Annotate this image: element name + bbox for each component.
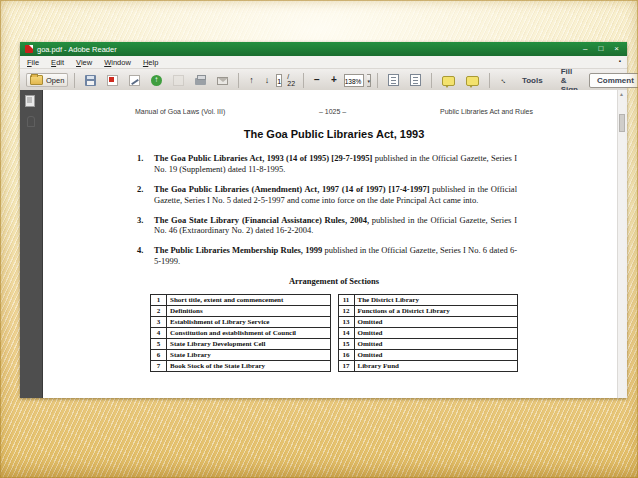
table-row: 1Short title, extent and commencement	[151, 295, 331, 306]
expand-arrows-icon: ↔	[497, 73, 510, 86]
comment-panel-button[interactable]: Comment	[589, 73, 638, 88]
export-pdf-icon	[107, 75, 118, 86]
document-content-area: Manual of Goa Laws (Vol. III) – 1025 – P…	[20, 90, 627, 398]
pdf-page: Manual of Goa Laws (Vol. III) – 1025 – P…	[43, 90, 617, 398]
page-down-icon: ↓	[265, 76, 270, 85]
list-item: 2. The Goa Public Libraries (Amendment) …	[137, 184, 517, 206]
previous-page-button[interactable]: ↑	[245, 73, 258, 87]
page-thumbnails-icon[interactable]	[25, 95, 35, 107]
scrollbar-thumb[interactable]	[619, 114, 625, 132]
email-button[interactable]	[213, 73, 232, 87]
table-row: 13Omitted	[338, 317, 518, 328]
sections-heading: Arrangement of Sections	[135, 276, 533, 286]
header-left: Manual of Goa Laws (Vol. III)	[135, 108, 225, 115]
sticky-note-icon	[442, 76, 455, 86]
pdf-app-icon	[25, 45, 33, 53]
toolbar: Open ↑ ↓ 1 / 22 − + 138% ▾	[20, 69, 627, 92]
header-page-number: – 1025 –	[319, 108, 346, 115]
sections-tables: 1Short title, extent and commencement 2D…	[135, 294, 533, 372]
sign-button[interactable]	[125, 73, 144, 87]
sign-pen-icon	[129, 75, 140, 86]
page-total-label: / 22	[287, 73, 295, 87]
maximize-button[interactable]: □	[598, 45, 603, 53]
zoom-in-icon: +	[331, 75, 337, 85]
page-up-icon: ↑	[249, 76, 254, 85]
table-row: 11The District Library	[338, 295, 518, 306]
clipboard-icon	[173, 75, 184, 86]
sticky-note-button[interactable]	[438, 73, 459, 87]
next-page-button[interactable]: ↓	[261, 73, 274, 87]
menu-window[interactable]: Window	[104, 58, 131, 67]
header-right: Public Libraries Act and Rules	[440, 108, 533, 115]
menu-view[interactable]: View	[76, 58, 92, 67]
zoom-in-button[interactable]: +	[327, 73, 341, 87]
table-row: 4Constitution and establishment of Counc…	[151, 328, 331, 339]
single-page-button[interactable]	[406, 73, 425, 87]
toolbar-separator	[431, 73, 432, 88]
document-title: The Goa Public Libraries Act, 1993	[135, 128, 533, 140]
save-button[interactable]	[81, 73, 100, 87]
window-controls: – □ ×	[583, 45, 622, 53]
scrolling-mode-icon	[388, 74, 399, 86]
menu-bar: File Edit View Window Help ▪	[20, 56, 627, 69]
zoom-out-icon: −	[314, 75, 320, 85]
highlight-bubble-icon	[466, 76, 479, 86]
table-row: 14Omitted	[338, 328, 518, 339]
list-item: 4. The Public Libraries Membership Rules…	[137, 245, 517, 267]
slide-background: goa.pdf - Adobe Reader – □ × File Edit V…	[0, 0, 638, 478]
email-icon	[217, 77, 228, 85]
export-pdf-button[interactable]	[103, 73, 122, 87]
print-button[interactable]	[191, 73, 210, 87]
print-icon	[195, 78, 206, 85]
attachments-icon[interactable]	[27, 116, 35, 127]
zoom-out-button[interactable]: −	[310, 73, 324, 87]
table-row: 7Book Stock of the State Library	[151, 361, 331, 372]
adobe-reader-window: goa.pdf - Adobe Reader – □ × File Edit V…	[20, 42, 627, 398]
toolbar-separator	[489, 73, 490, 88]
page-header: Manual of Goa Laws (Vol. III) – 1025 – P…	[135, 108, 533, 115]
list-item: 1. The Goa Public Libraries Act, 1993 (1…	[137, 153, 517, 175]
tools-panel-button[interactable]: Tools	[515, 74, 550, 87]
menu-help[interactable]: Help	[143, 58, 158, 67]
scroll-up-icon[interactable]: ▲	[619, 91, 624, 97]
save-icon	[85, 75, 96, 86]
send-button[interactable]	[147, 73, 166, 87]
clipboard-button	[169, 73, 188, 87]
pdf-page-content: Manual of Goa Laws (Vol. III) – 1025 – P…	[135, 108, 533, 372]
toolbar-separator	[303, 73, 304, 88]
window-title: goa.pdf - Adobe Reader	[37, 45, 117, 54]
menu-file[interactable]: File	[27, 58, 39, 67]
scrolling-mode-button[interactable]	[384, 73, 403, 87]
table-row: 16Omitted	[338, 350, 518, 361]
toolbar-separator	[74, 73, 75, 88]
sections-table-right: 11The District Library 12Functions of a …	[338, 294, 519, 372]
table-row: 6State Library	[151, 350, 331, 361]
zoom-level-input[interactable]: 138%	[344, 74, 365, 87]
send-upload-icon	[151, 75, 162, 86]
highlight-button[interactable]	[462, 73, 483, 87]
table-row: 12Functions of a District Library	[338, 306, 518, 317]
window-titlebar[interactable]: goa.pdf - Adobe Reader – □ ×	[20, 42, 627, 56]
close-button[interactable]: ×	[614, 45, 619, 53]
zoom-dropdown-button[interactable]: ▾	[367, 74, 371, 87]
page-number-input[interactable]: 1	[276, 74, 282, 87]
list-item: 3. The Goa State Library (Financial Assi…	[137, 215, 517, 237]
menu-edit[interactable]: Edit	[51, 58, 64, 67]
single-page-icon	[410, 74, 421, 86]
table-row: 17Library Fund	[338, 361, 518, 372]
table-row: 2Definitions	[151, 306, 331, 317]
fullscreen-button[interactable]: ↔	[496, 73, 512, 87]
sections-table-left: 1Short title, extent and commencement 2D…	[150, 294, 331, 372]
document-restore-icon[interactable]: ▪	[619, 58, 621, 64]
vertical-scrollbar[interactable]: ▲	[617, 90, 627, 398]
navigation-sidebar[interactable]	[20, 90, 43, 398]
table-row: 15Omitted	[338, 339, 518, 350]
toolbar-separator	[238, 73, 239, 88]
act-list: 1. The Goa Public Libraries Act, 1993 (1…	[135, 153, 533, 267]
open-button[interactable]: Open	[26, 73, 68, 87]
table-row: 5State Library Development Cell	[151, 339, 331, 350]
toolbar-separator	[377, 73, 378, 88]
open-folder-icon	[30, 75, 43, 85]
table-row: 3Establishment of Library Service	[151, 317, 331, 328]
minimize-button[interactable]: –	[583, 45, 587, 53]
